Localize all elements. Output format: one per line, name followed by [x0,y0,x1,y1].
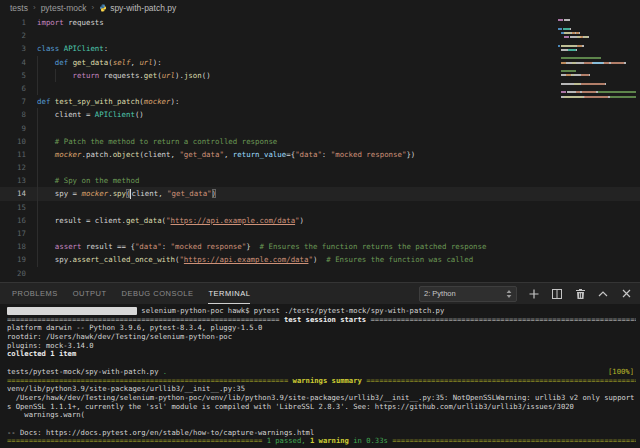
token: : [104,44,108,53]
token: "mocked response" [171,242,247,251]
terminal-text: ========================================… [7,316,284,324]
token: result == { [82,242,135,251]
breadcrumb-item-pytest-mock[interactable]: pytest-mock [41,3,87,13]
terminal-shell-label: 2: Python [424,289,456,298]
line-number: 16 [0,214,26,227]
new-terminal-button[interactable] [528,288,540,300]
token: spy. [37,255,73,264]
line-number: 11 [0,148,26,161]
line-number: 3 [0,42,26,55]
maximize-panel-button[interactable] [597,288,609,300]
minimap-line [558,100,636,102]
token: url [162,71,175,80]
minimap-line [558,66,636,68]
minimap-line [558,28,636,30]
code-line[interactable]: 12 [0,161,640,174]
code-editor[interactable]: 1import requests23class APIClient:4 def … [0,16,640,282]
minimap[interactable] [558,19,636,104]
terminal-output[interactable]: selenium-python-poc hawk$ pytest ./tests… [0,304,640,448]
close-icon [622,289,631,298]
token: ). [175,71,184,80]
minimap-line [558,53,636,55]
token: object [113,150,140,159]
python-file-icon [99,4,107,12]
terminal-line: tests/pytest-mock/spy-with-patch.py .[10… [7,368,636,377]
code-line[interactable]: 1import requests [0,16,640,29]
terminal-text: , [301,437,310,445]
terminal-line: rootdir: /Users/hawk/dev/Testing/seleniu… [7,333,636,342]
terminal-text: platform darwin -- Python 3.9.6, pytest-… [7,324,262,332]
panel-tab-debug-console[interactable]: DEBUG CONSOLE [122,283,194,304]
code-line[interactable]: 19 spy.assert_called_once_with("https://… [0,253,640,266]
minimap-line [558,36,636,38]
breadcrumb-item-file[interactable]: spy-with-patch.py [99,3,176,13]
terminal-shell-select[interactable]: 2: Python [419,286,517,302]
terminal-line: collected 1 item [7,350,636,359]
code-line[interactable]: 8 client = APIClient() [0,108,640,121]
panel-tab-output[interactable]: OUTPUT [73,283,107,304]
terminal-text: ========================================… [362,377,636,385]
token: get_data [126,216,162,225]
line-number: 1 [0,16,26,29]
token: get [144,71,157,80]
code-line[interactable]: 4 def get_data(self, url): [0,56,640,69]
code-line[interactable]: 11 mocker.patch.object(client, "get_data… [0,148,640,161]
panel-tab-problems[interactable]: PROBLEMS [12,283,58,304]
code-line[interactable]: 7def test_spy_with_patch(mocker): [0,95,640,108]
token: spy = [37,189,82,198]
line-number: 19 [0,253,26,266]
token: () [135,110,144,119]
token: requests [64,18,104,27]
terminal-text: warnings summary [293,377,362,385]
indent-guide [37,227,38,240]
terminal-text: test session starts [284,316,366,324]
select-arrows-icon [506,290,512,298]
line-number: 8 [0,108,26,121]
code-line[interactable]: 5 return requests.get(url).json() [0,69,640,82]
terminal-line: -- Docs: https://docs.pytest.org/en/stab… [7,429,636,438]
line-number: 4 [0,56,26,69]
code-line[interactable]: 14 spy = mocker.spy(client, "get_data") [0,187,640,200]
kill-terminal-button[interactable] [574,288,586,300]
code-line[interactable]: 3class APIClient: [0,42,640,55]
line-number: 12 [0,161,26,174]
code-line[interactable]: 6 [0,82,640,95]
code-text: # Patch the method to return a controlle… [37,135,640,148]
panel-tab-terminal[interactable]: TERMINAL [208,283,250,304]
close-panel-button[interactable] [620,288,632,300]
indent-guide [37,240,38,253]
indent-guide [55,69,56,82]
token: https://api.example.com/data [171,216,296,225]
code-line[interactable]: 16 result = client.get_data("https://api… [0,214,640,227]
breadcrumb-item-tests[interactable]: tests [10,3,28,13]
minimap-line [558,62,636,64]
token: "get_data" [167,189,212,198]
token: "mocked response" [331,150,407,159]
terminal-line: ========================================… [7,437,636,446]
terminal-text: collected 1 item [7,350,76,358]
token: class [37,44,59,53]
split-terminal-button[interactable] [551,288,563,300]
line-number: 20 [0,267,26,280]
progress-percent: [100%] [608,368,634,377]
token: mocker [144,97,171,106]
code-line[interactable]: 20 [0,267,640,280]
token: "data" [295,150,322,159]
code-line[interactable]: 17 [0,227,640,240]
token: # Ensures the function was called [326,255,473,264]
code-line[interactable]: 10 # Patch the method to return a contro… [0,135,640,148]
code-line[interactable]: 15 [0,201,640,214]
code-text: # Spy on the method [37,174,640,187]
line-number: 5 [0,69,26,82]
code-line[interactable]: 18 assert result == {"data": "mocked res… [0,240,640,253]
terminal-text: venv/lib/python3.9/site-packages/urllib3… [7,385,245,393]
code-line[interactable]: 13 # Spy on the method [0,174,640,187]
terminal-line: selenium-python-poc hawk$ pytest ./tests… [7,307,636,316]
indent-guide [37,122,38,135]
code-line[interactable]: 9 [0,122,640,135]
terminal-line: /Users/hawk/dev/Testing/selenium-python-… [7,394,636,403]
token: () [202,71,211,80]
terminal-text: 1 warning [310,437,349,445]
code-line[interactable]: 2 [0,29,640,42]
token: } [246,242,259,251]
